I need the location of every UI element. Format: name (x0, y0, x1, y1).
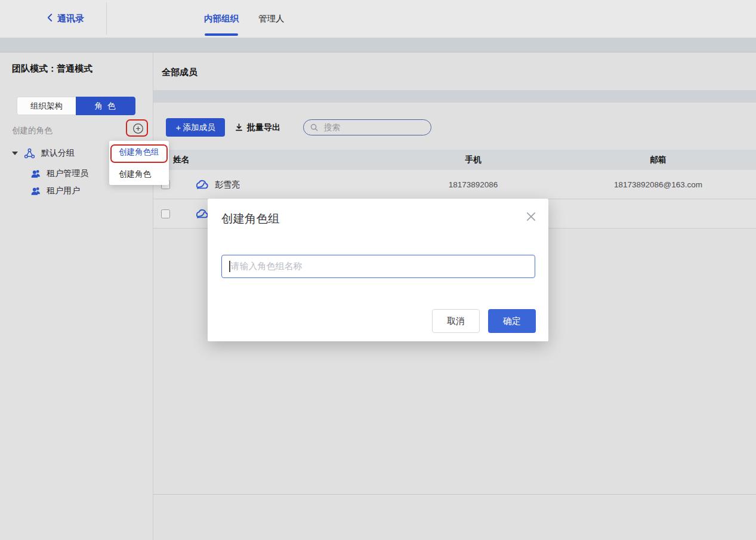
add-member-label: 添加成员 (183, 122, 215, 133)
tree-node-label: 默认分组 (41, 148, 75, 159)
batch-export-button[interactable]: 批量导出 (234, 118, 280, 137)
confirm-button[interactable]: 确定 (488, 309, 536, 333)
cancel-button[interactable]: 取消 (432, 309, 480, 333)
users-icon (30, 168, 41, 179)
top-bar: 通讯录 内部组织 管理人 (0, 0, 756, 37)
topbar-divider (106, 2, 107, 35)
create-role-group-modal: 创建角色组 请输入角色组名称 取消 确定 (208, 199, 548, 341)
column-header-email: 邮箱 (569, 150, 748, 170)
caret-down-icon[interactable] (12, 152, 18, 155)
users-icon (30, 186, 41, 196)
input-placeholder: 请输入角色组名称 (231, 261, 303, 272)
column-header-name: 姓名 (173, 150, 189, 170)
text-caret (229, 261, 230, 272)
column-header-phone: 手机 (384, 150, 563, 170)
close-icon[interactable] (526, 211, 536, 222)
plus-icon: + (176, 122, 181, 132)
tree-node-label: 租户管理员 (47, 168, 88, 179)
sidebar-view-toggle: 组织架构 角 色 (17, 97, 135, 115)
tab-internal-org[interactable]: 内部组织 (204, 0, 239, 37)
tree-node-default-group[interactable]: 默认分组 (12, 146, 75, 161)
tree-node-tenant-user[interactable]: 租户用户 (30, 184, 80, 198)
add-member-button[interactable]: + 添加成员 (166, 118, 225, 137)
cloud-avatar-icon (195, 177, 209, 192)
created-roles-label: 创建的角色 (12, 125, 53, 136)
member-phone: 18173892086 (384, 170, 563, 199)
back-to-contacts-link[interactable]: 通讯录 (47, 0, 84, 37)
back-label: 通讯录 (57, 13, 84, 24)
role-group-icon (23, 147, 36, 160)
active-tab-underline (205, 33, 238, 36)
table-row[interactable]: 彭雪亮 18173892086 18173892086@163.com (153, 170, 756, 199)
tab-managers[interactable]: 管理人 (258, 0, 285, 37)
search-input[interactable] (323, 122, 418, 132)
menu-item-create-role[interactable]: 创建角色 (109, 163, 169, 185)
member-name: 彭雪亮 (215, 170, 240, 199)
page-title: 全部成员 (162, 67, 198, 78)
app-window: 通讯录 内部组织 管理人 团队模式：普通模式 组织架构 角 色 创建的角色 (0, 0, 756, 540)
footer-divider (153, 494, 756, 495)
row-checkbox[interactable] (161, 209, 170, 218)
chevron-left-icon (47, 13, 53, 24)
tab-managers-label: 管理人 (258, 13, 285, 24)
subheader-strip (0, 37, 756, 53)
tree-node-tenant-admin[interactable]: 租户管理员 (30, 166, 88, 181)
add-role-plus-button[interactable] (132, 123, 144, 134)
tree-node-label: 租户用户 (47, 186, 80, 196)
tab-internal-org-label: 内部组织 (204, 13, 239, 24)
search-icon (310, 123, 319, 132)
table-header: 姓名 手机 邮箱 (153, 150, 756, 170)
plus-circle-icon (132, 126, 144, 136)
menu-item-create-role-group[interactable]: 创建角色组 (109, 141, 169, 163)
create-role-dropdown-menu: 创建角色组 创建角色 (109, 141, 169, 185)
role-group-name-input[interactable]: 请输入角色组名称 (221, 255, 535, 278)
search-box[interactable] (303, 119, 431, 135)
member-email: 18173892086@163.com (569, 170, 748, 199)
divider-band (153, 90, 756, 103)
modal-title: 创建角色组 (221, 211, 280, 227)
toggle-org-structure[interactable]: 组织架构 (17, 97, 76, 115)
toggle-roles[interactable]: 角 色 (76, 97, 135, 115)
team-mode-label: 团队模式：普通模式 (12, 63, 92, 75)
batch-export-label: 批量导出 (247, 122, 280, 133)
download-icon (234, 123, 243, 132)
